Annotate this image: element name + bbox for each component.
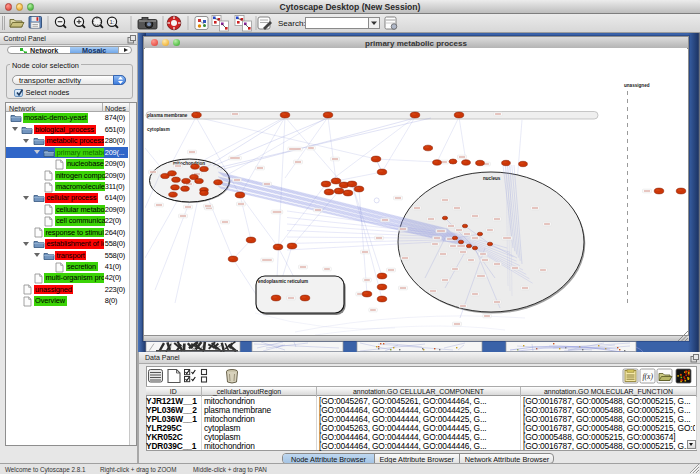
- svg-text:Search:: Search:: [278, 19, 306, 28]
- svg-text:f(x): f(x): [643, 372, 654, 381]
- svg-text:endoplasmic reticulum: endoplasmic reticulum: [258, 279, 308, 284]
- svg-text:cytoplasm: cytoplasm: [147, 127, 170, 132]
- svg-text:plasma membrane: plasma membrane: [147, 113, 188, 118]
- svg-text:nucleus: nucleus: [483, 176, 501, 181]
- svg-text:unassigned: unassigned: [624, 83, 650, 88]
